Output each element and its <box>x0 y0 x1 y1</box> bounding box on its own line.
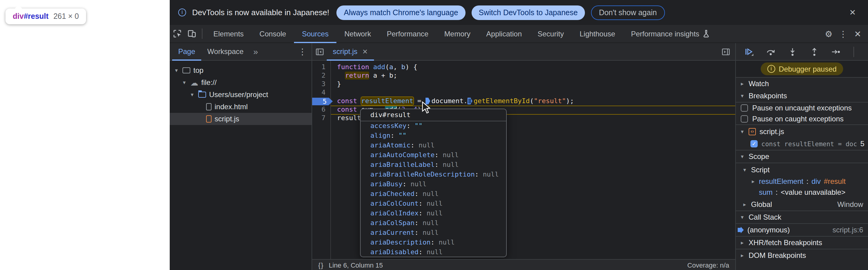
editor-tab-scriptjs[interactable]: script.js ✕ <box>327 43 374 60</box>
code-line[interactable]: 1function add(a, b) { <box>312 63 735 71</box>
section-breakpoints[interactable]: ▾Breakpoints <box>736 90 868 102</box>
toggle-pause-on-caught-exceptions[interactable]: Pause on caught exceptions <box>736 114 868 124</box>
popup-prop-row[interactable]: ariaBrailleLabel: null <box>361 160 506 170</box>
checkbox[interactable] <box>741 115 748 123</box>
breakpoint-item[interactable]: ✓const resultElement = doc⋯5 <box>736 138 868 150</box>
tree-item-script-js[interactable]: script.js <box>170 113 312 125</box>
step-icon[interactable] <box>829 45 842 58</box>
gutter-line-number[interactable]: 3 <box>312 80 330 89</box>
tab-page[interactable]: Page <box>172 43 201 60</box>
section-dom-breakpoints[interactable]: ▸DOM Breakpoints <box>736 249 868 262</box>
always-match-chrome-s-language-button[interactable]: Always match Chrome's language <box>336 5 465 20</box>
tree-item-index-html[interactable]: index.html <box>170 101 312 113</box>
popup-prop-row[interactable]: ariaColSpan: null <box>361 218 506 228</box>
disclosure-icon[interactable]: ▸ <box>750 178 756 184</box>
gutter-line-number[interactable]: 1 <box>312 63 330 71</box>
gutter-line-number[interactable]: 6 <box>312 106 330 114</box>
gutter-line-number[interactable]: 2 <box>312 71 330 80</box>
inline-breakpoint-icon[interactable] <box>468 98 472 104</box>
tab-memory[interactable]: Memory <box>436 25 478 43</box>
scope-variable-sum[interactable]: sum: <value unavailable> <box>736 187 868 198</box>
code-line[interactable]: 5const resultElement = document.getEleme… <box>312 97 735 106</box>
tree-item-top[interactable]: ▾top <box>170 64 312 77</box>
step-out-icon[interactable] <box>807 45 821 58</box>
prop-value: null <box>442 151 459 159</box>
gutter-line-number[interactable]: 4 <box>312 89 330 97</box>
popup-prop-row[interactable]: ariaColIndex: null <box>361 209 506 218</box>
kebab-menu-icon[interactable]: ⋮ <box>298 45 312 58</box>
section-watch[interactable]: ▸Watch <box>736 77 868 90</box>
tab-network[interactable]: Network <box>336 25 379 43</box>
gutter-line-number[interactable]: 7 <box>312 114 330 123</box>
popup-prop-row[interactable]: accessKey: "" <box>361 121 506 131</box>
popup-prop-row[interactable]: ariaAtomic: null <box>361 141 506 150</box>
code-line[interactable]: 2 return a + b; <box>312 71 735 80</box>
toggle-navigator-icon[interactable] <box>313 45 326 58</box>
disclosure-icon: ▸ <box>742 201 747 207</box>
tree-item-users-user-project[interactable]: ▾Users/user/project <box>170 89 312 101</box>
popup-prop-row[interactable]: ariaAutoComplete: null <box>361 150 506 160</box>
checkbox[interactable] <box>741 104 748 112</box>
tree-expander-icon[interactable]: ▾ <box>173 67 179 73</box>
devtools-window: i DevTools is now available in Japanese!… <box>170 0 868 270</box>
popup-prop-row[interactable]: ariaColCount: null <box>361 199 506 209</box>
section-scope[interactable]: ▾Scope <box>736 150 868 163</box>
coverage-label[interactable]: Coverage: n/a <box>687 261 729 268</box>
device-toolbar-icon[interactable] <box>185 27 198 40</box>
popup-prop-row[interactable]: ariaBusy: null <box>361 180 506 189</box>
call-stack-frame[interactable]: (anonymous)script.js:6 <box>736 224 868 236</box>
section-xhr-fetch-breakpoints[interactable]: ▸XHR/fetch Breakpoints <box>736 236 868 249</box>
checkbox[interactable]: ✓ <box>750 140 758 147</box>
prop-name: align <box>370 132 390 140</box>
switch-devtools-to-japanese-button[interactable]: Switch DevTools to Japanese <box>472 5 585 20</box>
deactivate-breakpoints-icon[interactable] <box>865 45 868 58</box>
tree-expander-icon[interactable]: ▾ <box>181 80 187 86</box>
step-into-icon[interactable] <box>785 45 799 58</box>
don-t-show-again-button[interactable]: Don't show again <box>591 5 664 20</box>
tab-performance[interactable]: Performance <box>379 25 436 43</box>
tab-lighthouse[interactable]: Lighthouse <box>571 25 623 43</box>
tab-elements[interactable]: Elements <box>206 25 252 43</box>
gear-icon[interactable]: ⚙ <box>822 27 835 40</box>
toggle-pause-on-uncaught-exceptions[interactable]: Pause on uncaught exceptions <box>736 102 868 114</box>
tab-console[interactable]: Console <box>252 25 294 43</box>
code-line[interactable]: 3} <box>312 80 735 89</box>
inspect-element-icon[interactable] <box>170 27 184 40</box>
tab-security[interactable]: Security <box>530 25 572 43</box>
tab-performance-insights[interactable]: Performance insights <box>623 25 717 43</box>
frame-function-name: (anonymous) <box>747 226 790 234</box>
prop-name: ariaAutoComplete <box>370 151 435 159</box>
infobar-close-icon[interactable]: ✕ <box>845 7 860 18</box>
scope-variable-resultelement[interactable]: ▸resultElement: div#result <box>736 176 868 187</box>
toggle-label: Pause on uncaught exceptions <box>752 104 851 112</box>
devtools-close-icon[interactable]: ✕ <box>851 27 864 40</box>
popup-prop-row[interactable]: ariaDescription: null <box>361 238 506 247</box>
braces-icon[interactable]: {} <box>318 261 324 268</box>
kebab-menu-icon[interactable]: ⋮ <box>836 27 850 40</box>
tab-sources[interactable]: Sources <box>294 25 336 43</box>
disclosure-icon: ▸ <box>740 252 745 259</box>
code-line[interactable]: 4 <box>312 89 735 97</box>
resume-icon[interactable] <box>742 45 755 58</box>
breakpoint-group-script-js[interactable]: ▾‹›script.js <box>736 125 868 138</box>
gutter-line-number[interactable]: 5 <box>312 97 330 106</box>
navigator-sidebar: Page Workspace » ⋮ ▾top▾☁file://▾Users/u… <box>170 43 312 270</box>
popup-prop-row[interactable]: align: "" <box>361 131 506 141</box>
editor-tab-close-icon[interactable]: ✕ <box>362 48 368 56</box>
step-over-icon[interactable] <box>764 45 777 58</box>
popup-prop-row[interactable]: ariaChecked: null <box>361 189 506 199</box>
tab-application[interactable]: Application <box>478 25 529 43</box>
element-dimensions-tooltip: div#result 261 × 0 <box>5 8 86 24</box>
section-global[interactable]: ▸GlobalWindow <box>736 198 868 211</box>
section-call-stack[interactable]: ▾Call Stack <box>736 211 868 224</box>
toggle-debugger-sidebar-icon[interactable] <box>721 45 735 58</box>
tree-item-file[interactable]: ▾☁file:// <box>170 77 312 89</box>
overflow-chevron-icon[interactable]: » <box>250 47 261 56</box>
section-script[interactable]: ▾Script <box>736 163 868 176</box>
popup-prop-row[interactable]: ariaBrailleRoleDescription: null <box>361 170 506 180</box>
tree-expander-icon[interactable]: ▾ <box>189 92 195 98</box>
tree-item-label: Users/user/project <box>209 90 268 99</box>
tab-workspace[interactable]: Workspace <box>201 43 250 60</box>
popup-prop-row[interactable]: ariaCurrent: null <box>361 228 506 238</box>
popup-prop-row[interactable]: ariaDisabled: null <box>361 247 506 257</box>
